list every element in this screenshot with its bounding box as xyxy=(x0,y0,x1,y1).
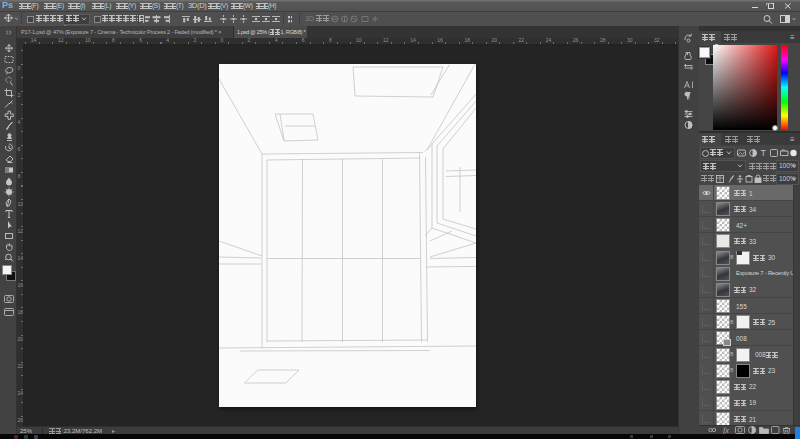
svg-text:T: T xyxy=(760,148,766,158)
svg-text:fx: fx xyxy=(723,426,729,434)
